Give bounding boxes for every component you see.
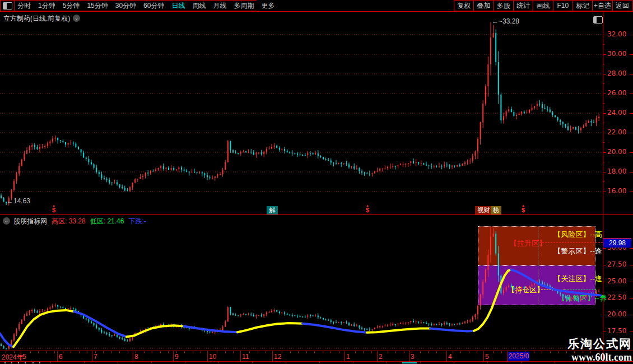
clipped-row-fragment: [4, 362, 6, 363]
axis-minor-tick: [603, 83, 604, 84]
date-minor-tick: [306, 351, 307, 353]
month-separator: [409, 351, 409, 361]
toolbar-item-9[interactable]: 月线: [213, 1, 226, 11]
toolbar-button-9[interactable]: 返回: [612, 1, 632, 11]
toolbar-right-group: 复权叠加多股统计画线F10标记+自选返回: [454, 0, 632, 11]
date-minor-tick: [233, 351, 234, 353]
month-separator: [207, 351, 208, 361]
date-minor-tick: [290, 351, 291, 353]
clipped-row-fragment: [18, 362, 19, 363]
main-candlestick-chart[interactable]: [0, 12, 603, 214]
axis-right-tick: [630, 152, 633, 153]
clipped-row-fragment: [39, 362, 40, 363]
date-minor-tick: [314, 351, 315, 353]
axis-tick: [603, 133, 606, 133]
axis-right-tick: [630, 192, 633, 192]
toolbar-button-1[interactable]: 复权: [454, 1, 473, 11]
toolbar-item-1[interactable]: 分时: [17, 1, 31, 11]
month-label: 3: [411, 353, 415, 361]
watermark: 乐淘公式网 www.60lt.com: [499, 336, 632, 363]
title-dropdown-icon[interactable]: ⌄: [73, 15, 80, 22]
axis-right-tick: [630, 54, 633, 55]
indicator-y-axis-label: 20.00: [607, 310, 626, 318]
month-label: 1: [346, 353, 350, 361]
watermark-url: www.60lt.com: [499, 352, 632, 363]
toolbar-item-2[interactable]: 1分钟: [38, 1, 55, 11]
annotation-arrow-icon: ←~: [492, 17, 502, 25]
info-badge-marker[interactable]: 解: [267, 206, 278, 214]
dividend-marker[interactable]: ▲$: [50, 204, 57, 213]
date-minor-tick: [404, 351, 404, 353]
toolbar-item-5[interactable]: 30分钟: [115, 1, 136, 11]
axis-tick: [603, 248, 606, 249]
toolbar-item-4[interactable]: 15分钟: [87, 1, 108, 11]
info-badge-marker[interactable]: 视财: [475, 206, 492, 214]
more-chevron-icon[interactable]: 〉: [249, 2, 256, 11]
date-minor-tick: [14, 351, 15, 353]
date-minor-tick: [453, 351, 453, 353]
date-minor-tick: [30, 351, 31, 353]
toolbar-button-4[interactable]: 统计: [513, 1, 533, 11]
axis-tick: [603, 282, 606, 282]
date-minor-tick: [363, 351, 364, 353]
layout-toggle-icon[interactable]: [1, 1, 15, 11]
toolbar-item-3[interactable]: 5分钟: [63, 1, 80, 11]
date-minor-tick: [298, 351, 299, 353]
axis-tick: [603, 192, 606, 192]
toolbar-item-7[interactable]: 日线: [171, 1, 185, 11]
axis-tick: [603, 113, 606, 114]
date-minor-tick: [54, 351, 55, 353]
clipped-row-tick: [218, 362, 219, 363]
clipped-row-tick: [17, 362, 17, 363]
month-separator: [446, 351, 447, 361]
dividend-marker[interactable]: ▲$: [364, 204, 371, 213]
toolbar-left-group: 分时1分钟5分钟15分钟30分钟60分钟日线周线月线多周期更多 〉: [0, 0, 257, 11]
axis-right-tick: [630, 133, 633, 133]
zone-label-hold: 【持仓区】: [508, 285, 544, 295]
clipped-row-tick: [387, 362, 387, 363]
toolbar-item-8[interactable]: 周线: [192, 1, 206, 11]
main-y-axis-label: 16.00: [607, 187, 626, 195]
date-minor-tick: [469, 351, 469, 353]
indicator-dropdown-icon[interactable]: ⌄: [3, 217, 10, 225]
toolbar-button-2[interactable]: 叠加: [473, 1, 493, 11]
watermark-site-name: 乐淘公式网: [499, 336, 632, 352]
toolbar-button-3[interactable]: 多股: [494, 1, 513, 11]
axis-minor-tick: [603, 142, 604, 143]
toolbar-item-6[interactable]: 60分钟: [143, 1, 164, 11]
date-minor-tick: [144, 351, 145, 353]
axis-right-tick: [630, 282, 633, 282]
clipped-row-tick: [286, 362, 286, 363]
date-minor-tick: [428, 351, 429, 353]
date-minor-tick: [95, 351, 96, 353]
annotation-arrow-icon: ←: [7, 197, 13, 205]
toolbar-button-8[interactable]: +自选: [592, 1, 612, 11]
lift-zone-dashed-line: [539, 242, 603, 243]
period-tabs: 分时1分钟5分钟15分钟30分钟60分钟日线周线月线多周期更多: [17, 1, 274, 11]
date-minor-tick: [339, 351, 339, 353]
axis-right-tick: [630, 172, 633, 172]
pane-layout-icon[interactable]: [593, 16, 603, 24]
zone-label-risk: 【风险区】--高: [553, 230, 602, 240]
dividend-marker[interactable]: ▲$: [520, 204, 527, 213]
main-y-axis-label: 32.00: [607, 30, 626, 38]
date-minor-tick: [249, 351, 250, 353]
month-label: 5: [22, 353, 26, 361]
toolbar-item-11[interactable]: 更多: [261, 1, 274, 11]
date-minor-tick: [160, 351, 161, 353]
axis-right-tick: [630, 94, 633, 94]
clipped-row-tick: [487, 362, 488, 363]
zone-label-watch: 【关注区】--逢: [553, 274, 602, 284]
indicator-y-axis-label: 25.00: [607, 277, 626, 285]
date-minor-tick: [420, 351, 421, 353]
info-badge-marker[interactable]: 榜: [491, 206, 501, 214]
clipped-row-tick: [151, 362, 152, 363]
toolbar-button-7[interactable]: 标记: [573, 1, 592, 11]
zone-label-rest: 【休整区】--养: [558, 293, 607, 304]
toolbar-button-5[interactable]: 画线: [533, 1, 552, 11]
rest-zone-dashed-line: [565, 290, 596, 290]
axis-minor-tick: [603, 123, 604, 123]
toolbar-button-6[interactable]: F10: [553, 1, 573, 11]
month-separator: [92, 351, 92, 361]
date-minor-tick: [79, 351, 80, 353]
